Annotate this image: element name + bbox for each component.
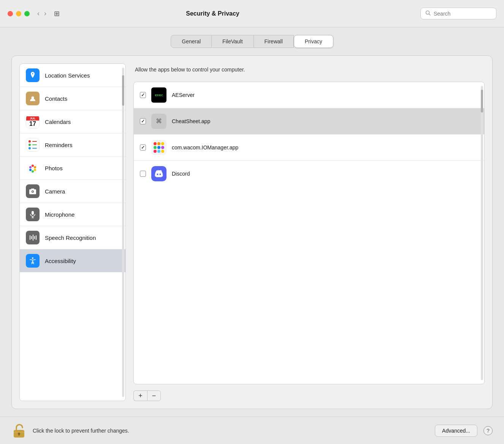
app-item-discord: Discord xyxy=(134,161,484,187)
lock-button[interactable] xyxy=(11,422,27,439)
sidebar-list: Location Services Contacts JUL xyxy=(20,64,125,401)
panel: Location Services Contacts JUL xyxy=(11,56,493,409)
close-button[interactable] xyxy=(8,11,13,16)
lock-text: Click the lock to prevent further change… xyxy=(33,428,429,434)
sidebar-scroll-track[interactable] xyxy=(122,68,124,397)
reminders-icon xyxy=(26,138,40,152)
svg-point-11 xyxy=(32,191,33,192)
svg-point-6 xyxy=(32,170,34,173)
apps-list: exec AEServer ⌘ CheatSheet.app xyxy=(134,82,484,384)
title-bar: ‹ › ⊞ Security & Privacy xyxy=(0,0,504,27)
svg-rect-19 xyxy=(34,236,35,239)
discord-icon xyxy=(151,166,166,181)
sidebar-scroll-thumb[interactable] xyxy=(122,75,124,106)
cheatsheet-checkbox[interactable] xyxy=(140,118,146,124)
svg-rect-17 xyxy=(31,236,32,239)
calendar-icon: JUL 17 xyxy=(26,115,40,128)
description-text: Allow the apps below to control your com… xyxy=(133,63,485,76)
svg-rect-18 xyxy=(33,235,33,241)
right-panel: Allow the apps below to control your com… xyxy=(133,63,485,401)
search-input[interactable] xyxy=(434,11,491,17)
advanced-button[interactable]: Advanced... xyxy=(435,425,477,437)
lock-icon xyxy=(13,423,25,438)
cheatsheet-name: CheatSheet.app xyxy=(172,118,210,124)
tabs: General FileVault Firewall Privacy xyxy=(11,35,493,48)
discord-name: Discord xyxy=(172,171,190,177)
app-item-wacom: com.wacom.IOManager.app xyxy=(134,135,484,161)
forward-button[interactable]: › xyxy=(43,10,48,17)
speech-icon xyxy=(26,231,40,244)
sidebar-label-speech: Speech Recognition xyxy=(45,235,96,241)
sidebar-label-calendars: Calendars xyxy=(45,119,71,125)
aeserver-icon: exec xyxy=(151,87,166,103)
add-app-button[interactable]: + xyxy=(133,390,147,401)
app-item-cheatsheet: ⌘ CheatSheet.app xyxy=(134,108,484,135)
window-controls xyxy=(8,11,30,16)
wacom-name: com.wacom.IOManager.app xyxy=(172,144,238,151)
tab-general[interactable]: General xyxy=(171,35,212,48)
sidebar-item-contacts[interactable]: Contacts xyxy=(20,87,125,110)
svg-point-3 xyxy=(32,165,34,167)
apps-scroll-track[interactable] xyxy=(481,86,483,380)
svg-text:⌘: ⌘ xyxy=(156,118,162,124)
sidebar: Location Services Contacts JUL xyxy=(19,63,126,401)
aeserver-name: AEServer xyxy=(172,92,195,98)
window-title: Security & Privacy xyxy=(66,10,360,17)
svg-point-4 xyxy=(34,166,36,168)
tab-filevault[interactable]: FileVault xyxy=(212,35,254,48)
svg-line-1 xyxy=(429,14,431,16)
sidebar-label-location: Location Services xyxy=(45,72,90,79)
camera-icon xyxy=(26,184,40,198)
sidebar-item-speech[interactable]: Speech Recognition xyxy=(20,226,125,249)
sidebar-label-photos: Photos xyxy=(45,165,63,171)
microphone-icon xyxy=(26,208,40,221)
svg-point-8 xyxy=(29,166,32,168)
aeserver-checkbox[interactable] xyxy=(140,92,146,98)
app-item-aeserver: exec AEServer xyxy=(134,82,484,108)
cheatsheet-icon: ⌘ xyxy=(151,114,166,129)
photos-icon xyxy=(26,161,40,175)
accessibility-icon xyxy=(26,254,40,268)
sidebar-label-camera: Camera xyxy=(45,188,65,195)
svg-rect-16 xyxy=(30,235,30,240)
remove-app-button[interactable]: − xyxy=(147,390,161,401)
bottom-bar: Click the lock to prevent further change… xyxy=(0,417,504,444)
help-button[interactable]: ? xyxy=(483,426,493,435)
sidebar-item-microphone[interactable]: Microphone xyxy=(20,203,125,226)
maximize-button[interactable] xyxy=(24,11,30,16)
list-controls: + − xyxy=(133,390,485,401)
svg-point-5 xyxy=(34,169,36,171)
wacom-icon xyxy=(151,140,166,155)
svg-rect-20 xyxy=(36,235,36,240)
sidebar-item-accessibility[interactable]: Accessibility xyxy=(20,249,125,272)
search-icon xyxy=(425,10,431,17)
sidebar-item-camera[interactable]: Camera xyxy=(20,180,125,203)
apps-list-container: exec AEServer ⌘ CheatSheet.app xyxy=(133,82,485,384)
svg-point-21 xyxy=(32,257,33,259)
sidebar-label-microphone: Microphone xyxy=(45,211,74,218)
tab-privacy[interactable]: Privacy xyxy=(294,35,333,48)
svg-rect-13 xyxy=(32,211,34,215)
sidebar-item-calendars[interactable]: JUL 17 Calendars xyxy=(20,110,125,133)
sidebar-item-photos[interactable]: Photos xyxy=(20,157,125,180)
location-icon xyxy=(26,68,40,82)
nav-arrows: ‹ › xyxy=(36,10,48,17)
minimize-button[interactable] xyxy=(16,11,21,16)
svg-rect-26 xyxy=(19,434,20,436)
sidebar-label-contacts: Contacts xyxy=(45,95,67,102)
apps-scroll-thumb[interactable] xyxy=(481,90,483,113)
sidebar-label-accessibility: Accessibility xyxy=(45,258,76,264)
sidebar-label-reminders: Reminders xyxy=(45,142,73,148)
sidebar-item-reminders[interactable]: Reminders xyxy=(20,133,125,157)
discord-checkbox[interactable] xyxy=(140,171,146,177)
svg-rect-12 xyxy=(31,189,34,190)
tab-firewall[interactable]: Firewall xyxy=(254,35,294,48)
contacts-icon xyxy=(26,92,40,105)
main-content: General FileVault Firewall Privacy Locat… xyxy=(0,27,504,417)
wacom-checkbox[interactable] xyxy=(140,144,146,151)
back-button[interactable]: ‹ xyxy=(36,10,41,17)
sidebar-item-location[interactable]: Location Services xyxy=(20,64,125,87)
search-bar[interactable] xyxy=(420,8,496,19)
grid-icon[interactable]: ⊞ xyxy=(54,10,60,18)
svg-point-7 xyxy=(29,169,32,171)
